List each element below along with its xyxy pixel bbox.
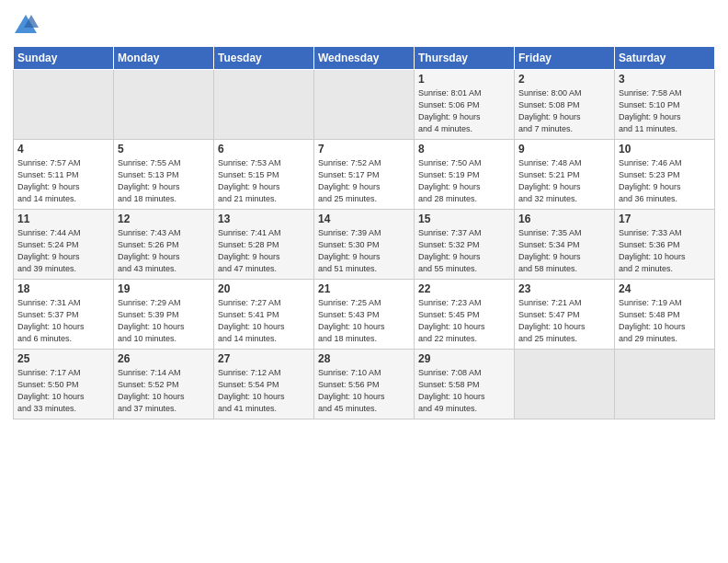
day-number: 15 [418, 213, 510, 225]
day-cell: 28Sunrise: 7:10 AM Sunset: 5:56 PM Dayli… [314, 350, 415, 419]
day-number: 16 [518, 213, 610, 225]
logo [13, 13, 42, 39]
day-cell: 26Sunrise: 7:14 AM Sunset: 5:52 PM Dayli… [114, 350, 214, 419]
day-info: Sunrise: 7:08 AM Sunset: 5:58 PM Dayligh… [418, 367, 510, 415]
week-row-1: 1Sunrise: 8:01 AM Sunset: 5:06 PM Daylig… [14, 70, 715, 140]
day-number: 10 [619, 143, 711, 155]
day-cell: 18Sunrise: 7:31 AM Sunset: 5:37 PM Dayli… [14, 280, 114, 350]
day-number: 2 [518, 73, 610, 86]
week-row-3: 11Sunrise: 7:44 AM Sunset: 5:24 PM Dayli… [14, 210, 715, 280]
day-info: Sunrise: 7:35 AM Sunset: 5:34 PM Dayligh… [518, 227, 610, 275]
day-number: 19 [118, 282, 210, 295]
day-number: 13 [218, 213, 310, 225]
day-info: Sunrise: 7:10 AM Sunset: 5:56 PM Dayligh… [318, 367, 410, 415]
weekday-header-friday: Friday [515, 47, 615, 70]
day-cell [114, 70, 214, 140]
day-number: 27 [218, 352, 310, 365]
day-number: 6 [218, 143, 310, 155]
day-number: 12 [118, 213, 210, 225]
day-number: 25 [17, 352, 109, 365]
day-info: Sunrise: 7:23 AM Sunset: 5:45 PM Dayligh… [418, 297, 510, 345]
day-number: 22 [418, 282, 510, 295]
day-info: Sunrise: 7:52 AM Sunset: 5:17 PM Dayligh… [318, 157, 410, 205]
day-number: 26 [118, 352, 210, 365]
day-cell: 19Sunrise: 7:29 AM Sunset: 5:39 PM Dayli… [114, 280, 214, 350]
weekday-header-thursday: Thursday [415, 47, 515, 70]
day-number: 5 [118, 143, 210, 155]
day-info: Sunrise: 7:27 AM Sunset: 5:41 PM Dayligh… [218, 297, 310, 345]
day-info: Sunrise: 7:57 AM Sunset: 5:11 PM Dayligh… [17, 157, 109, 205]
day-number: 11 [17, 213, 109, 225]
day-info: Sunrise: 7:33 AM Sunset: 5:36 PM Dayligh… [619, 227, 711, 275]
day-info: Sunrise: 7:14 AM Sunset: 5:52 PM Dayligh… [118, 367, 210, 415]
day-number: 20 [218, 282, 310, 295]
day-cell: 15Sunrise: 7:37 AM Sunset: 5:32 PM Dayli… [415, 210, 515, 280]
header [13, 9, 715, 39]
day-number: 17 [619, 213, 711, 225]
day-cell: 14Sunrise: 7:39 AM Sunset: 5:30 PM Dayli… [314, 210, 415, 280]
weekday-header-sunday: Sunday [14, 47, 114, 70]
day-cell: 29Sunrise: 7:08 AM Sunset: 5:58 PM Dayli… [415, 350, 515, 419]
day-cell: 16Sunrise: 7:35 AM Sunset: 5:34 PM Dayli… [515, 210, 615, 280]
day-info: Sunrise: 8:01 AM Sunset: 5:06 PM Dayligh… [418, 87, 510, 135]
weekday-header-row: SundayMondayTuesdayWednesdayThursdayFrid… [14, 47, 715, 70]
day-cell: 8Sunrise: 7:50 AM Sunset: 5:19 PM Daylig… [415, 140, 515, 210]
day-cell: 24Sunrise: 7:19 AM Sunset: 5:48 PM Dayli… [615, 280, 715, 350]
week-row-2: 4Sunrise: 7:57 AM Sunset: 5:11 PM Daylig… [14, 140, 715, 210]
day-number: 23 [518, 282, 610, 295]
day-cell: 25Sunrise: 7:17 AM Sunset: 5:50 PM Dayli… [14, 350, 114, 419]
day-info: Sunrise: 7:50 AM Sunset: 5:19 PM Dayligh… [418, 157, 510, 205]
weekday-header-monday: Monday [114, 47, 214, 70]
day-cell: 1Sunrise: 8:01 AM Sunset: 5:06 PM Daylig… [415, 70, 515, 140]
day-info: Sunrise: 7:31 AM Sunset: 5:37 PM Dayligh… [17, 297, 109, 345]
day-cell [214, 70, 314, 140]
day-cell: 27Sunrise: 7:12 AM Sunset: 5:54 PM Dayli… [214, 350, 314, 419]
day-number: 3 [619, 73, 711, 86]
day-info: Sunrise: 7:44 AM Sunset: 5:24 PM Dayligh… [17, 227, 109, 275]
day-cell [314, 70, 415, 140]
day-cell: 17Sunrise: 7:33 AM Sunset: 5:36 PM Dayli… [615, 210, 715, 280]
day-number: 14 [318, 213, 410, 225]
day-number: 29 [418, 352, 510, 365]
day-info: Sunrise: 7:12 AM Sunset: 5:54 PM Dayligh… [218, 367, 310, 415]
day-info: Sunrise: 7:21 AM Sunset: 5:47 PM Dayligh… [518, 297, 610, 345]
week-row-4: 18Sunrise: 7:31 AM Sunset: 5:37 PM Dayli… [14, 280, 715, 350]
day-cell: 21Sunrise: 7:25 AM Sunset: 5:43 PM Dayli… [314, 280, 415, 350]
day-cell: 2Sunrise: 8:00 AM Sunset: 5:08 PM Daylig… [515, 70, 615, 140]
weekday-header-wednesday: Wednesday [314, 47, 415, 70]
day-info: Sunrise: 7:29 AM Sunset: 5:39 PM Dayligh… [118, 297, 210, 345]
day-number: 21 [318, 282, 410, 295]
day-cell: 4Sunrise: 7:57 AM Sunset: 5:11 PM Daylig… [14, 140, 114, 210]
day-number: 24 [619, 282, 711, 295]
calendar-container: SundayMondayTuesdayWednesdayThursdayFrid… [0, 0, 728, 427]
day-number: 7 [318, 143, 410, 155]
day-cell: 12Sunrise: 7:43 AM Sunset: 5:26 PM Dayli… [114, 210, 214, 280]
day-cell [515, 350, 615, 419]
day-info: Sunrise: 7:55 AM Sunset: 5:13 PM Dayligh… [118, 157, 210, 205]
day-number: 4 [17, 143, 109, 155]
day-cell: 9Sunrise: 7:48 AM Sunset: 5:21 PM Daylig… [515, 140, 615, 210]
day-info: Sunrise: 7:17 AM Sunset: 5:50 PM Dayligh… [17, 367, 109, 415]
day-cell: 10Sunrise: 7:46 AM Sunset: 5:23 PM Dayli… [615, 140, 715, 210]
logo-icon [13, 13, 39, 39]
day-info: Sunrise: 7:43 AM Sunset: 5:26 PM Dayligh… [118, 227, 210, 275]
day-number: 8 [418, 143, 510, 155]
day-info: Sunrise: 7:46 AM Sunset: 5:23 PM Dayligh… [619, 157, 711, 205]
day-cell: 5Sunrise: 7:55 AM Sunset: 5:13 PM Daylig… [114, 140, 214, 210]
day-cell: 3Sunrise: 7:58 AM Sunset: 5:10 PM Daylig… [615, 70, 715, 140]
day-cell: 22Sunrise: 7:23 AM Sunset: 5:45 PM Dayli… [415, 280, 515, 350]
day-number: 28 [318, 352, 410, 365]
calendar-table: SundayMondayTuesdayWednesdayThursdayFrid… [13, 46, 715, 419]
day-info: Sunrise: 7:39 AM Sunset: 5:30 PM Dayligh… [318, 227, 410, 275]
day-cell: 7Sunrise: 7:52 AM Sunset: 5:17 PM Daylig… [314, 140, 415, 210]
day-number: 9 [518, 143, 610, 155]
day-info: Sunrise: 7:37 AM Sunset: 5:32 PM Dayligh… [418, 227, 510, 275]
day-cell: 13Sunrise: 7:41 AM Sunset: 5:28 PM Dayli… [214, 210, 314, 280]
day-cell: 6Sunrise: 7:53 AM Sunset: 5:15 PM Daylig… [214, 140, 314, 210]
day-info: Sunrise: 7:41 AM Sunset: 5:28 PM Dayligh… [218, 227, 310, 275]
week-row-5: 25Sunrise: 7:17 AM Sunset: 5:50 PM Dayli… [14, 350, 715, 419]
day-info: Sunrise: 7:53 AM Sunset: 5:15 PM Dayligh… [218, 157, 310, 205]
day-cell: 11Sunrise: 7:44 AM Sunset: 5:24 PM Dayli… [14, 210, 114, 280]
day-number: 1 [418, 73, 510, 86]
day-info: Sunrise: 7:19 AM Sunset: 5:48 PM Dayligh… [619, 297, 711, 345]
